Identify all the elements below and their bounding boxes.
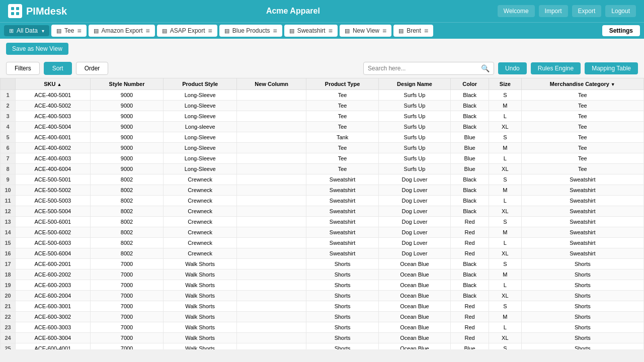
cell-new-column (236, 174, 306, 185)
cell-style-number: 9000 (90, 132, 164, 143)
tab-brent-menu[interactable]: ≡ (424, 27, 428, 35)
cell-size: S (489, 343, 522, 350)
tab-asap-menu[interactable]: ≡ (208, 27, 212, 35)
svg-rect-1 (16, 7, 19, 10)
cell-design-name: Dog Lover (378, 185, 451, 196)
cell-color: Black (451, 122, 489, 132)
sort-button[interactable]: Sort (44, 62, 72, 75)
cell-style-number: 8002 (90, 238, 164, 248)
cell-merchandise-category: Shorts (521, 259, 643, 269)
rules-engine-button[interactable]: Rules Engine (531, 62, 581, 74)
cell-product-type: Sweatshirt (306, 206, 378, 217)
welcome-button[interactable]: Welcome (498, 5, 535, 17)
cell-sku: ACE-400-5002 (16, 101, 91, 111)
filters-button[interactable]: Filters (6, 62, 40, 75)
tab-amazon-menu[interactable]: ≡ (146, 27, 150, 35)
logo-icon (8, 4, 22, 18)
cell-product-type: Tee (306, 143, 378, 153)
row-number: 4 (1, 122, 16, 132)
cell-style-number: 9000 (90, 143, 164, 153)
col-color[interactable]: Color (451, 78, 489, 90)
cell-sku: ACE-400-6002 (16, 143, 91, 153)
cell-new-column (236, 153, 306, 164)
search-box: 🔍 (363, 62, 494, 75)
cell-product-style: Long-Sleeve (164, 143, 237, 153)
action-bar: Filters Sort Order 🔍 Undo Rules Engine M… (0, 59, 644, 78)
tab-tee-menu[interactable]: ≡ (77, 27, 81, 35)
col-design-name[interactable]: Design Name (378, 78, 451, 90)
col-size[interactable]: Size (489, 78, 522, 90)
order-button[interactable]: Order (76, 62, 109, 75)
row-number: 20 (1, 291, 16, 301)
cell-product-style: Crewneck (164, 217, 237, 227)
tab-all-data[interactable]: ⊞ All Data ▾ (4, 25, 49, 36)
cell-sku: ACE-600-2001 (16, 259, 91, 269)
col-new-column[interactable]: New Column (236, 78, 306, 90)
cell-product-style: Crewneck (164, 196, 237, 206)
col-product-style[interactable]: Product Style (164, 78, 237, 90)
import-button[interactable]: Import (539, 5, 568, 17)
row-number: 13 (1, 217, 16, 227)
cell-product-type: Tee (306, 101, 378, 111)
tab-tee[interactable]: ▤ Tee ≡ (51, 25, 87, 37)
settings-button[interactable]: Settings (602, 25, 640, 36)
cell-size: XL (489, 164, 522, 174)
cell-design-name: Ocean Blue (378, 333, 451, 343)
search-input[interactable] (368, 65, 481, 72)
cell-product-type: Tee (306, 90, 378, 101)
col-style-number[interactable]: Style Number (90, 78, 164, 90)
tab-sweatshirt-label: Sweatshirt (297, 27, 326, 34)
cell-size: XL (489, 333, 522, 343)
row-number: 3 (1, 111, 16, 122)
cell-design-name: Surfs Up (378, 164, 451, 174)
cell-color: Blue (451, 143, 489, 153)
table-row: 22ACE-600-30027000Walk ShortsShortsOcean… (1, 312, 644, 322)
cell-product-type: Sweatshirt (306, 227, 378, 238)
tab-sweatshirt-menu[interactable]: ≡ (329, 27, 333, 35)
col-product-type[interactable]: Product Type (306, 78, 378, 90)
cell-size: S (489, 174, 522, 185)
cell-product-type: Sweatshirt (306, 238, 378, 248)
tab-new-view[interactable]: ▤ New View ≡ (340, 25, 391, 37)
cell-sku: ACE-400-6003 (16, 153, 91, 164)
cell-new-column (236, 238, 306, 248)
tab-brent[interactable]: ▤ Brent ≡ (393, 25, 433, 37)
row-number: 18 (1, 269, 16, 280)
table-row: 20ACE-600-20047000Walk ShortsShortsOcean… (1, 291, 644, 301)
table-row: 17ACE-600-20017000Walk ShortsShortsOcean… (1, 259, 644, 269)
export-button[interactable]: Export (572, 5, 602, 17)
cell-size: S (489, 90, 522, 101)
tab-asap-export[interactable]: ▤ ASAP Export ≡ (157, 25, 217, 37)
cell-style-number: 8002 (90, 206, 164, 217)
cell-design-name: Ocean Blue (378, 291, 451, 301)
cell-size: L (489, 280, 522, 291)
cell-product-type: Shorts (306, 280, 378, 291)
tab-new-view-menu[interactable]: ≡ (382, 27, 386, 35)
tab-amazon-export[interactable]: ▤ Amazon Export ≡ (89, 25, 155, 37)
cell-design-name: Dog Lover (378, 217, 451, 227)
tab-blue-products[interactable]: ▤ Blue Products ≡ (219, 25, 282, 37)
cell-product-type: Shorts (306, 301, 378, 312)
col-sku[interactable]: SKU▲ (16, 78, 91, 90)
col-merchandise-category[interactable]: Merchandise Category▼ (521, 78, 643, 90)
tab-sweatshirt[interactable]: ▤ Sweatshirt ≡ (284, 25, 338, 37)
save-view-button[interactable]: Save as New View (6, 43, 68, 55)
cell-color: Blue (451, 153, 489, 164)
cell-product-type: Shorts (306, 259, 378, 269)
tab-asap-label: ASAP Export (170, 27, 205, 34)
cell-new-column (236, 312, 306, 322)
cell-product-style: Long-sleeve (164, 122, 237, 132)
cell-size: S (489, 132, 522, 143)
cell-color: Blue (451, 164, 489, 174)
cell-merchandise-category: Sweatshirt (521, 206, 643, 217)
mapping-table-button[interactable]: Mapping Table (585, 62, 638, 74)
cell-style-number: 8002 (90, 174, 164, 185)
logout-button[interactable]: Logout (605, 5, 636, 17)
undo-button[interactable]: Undo (498, 62, 527, 74)
tab-blue-menu[interactable]: ≡ (273, 27, 277, 35)
cell-product-type: Sweatshirt (306, 196, 378, 206)
cell-new-column (236, 269, 306, 280)
cell-new-column (236, 301, 306, 312)
cell-design-name: Surfs Up (378, 101, 451, 111)
table-row: 18ACE-600-20027000Walk ShortsShortsOcean… (1, 269, 644, 280)
